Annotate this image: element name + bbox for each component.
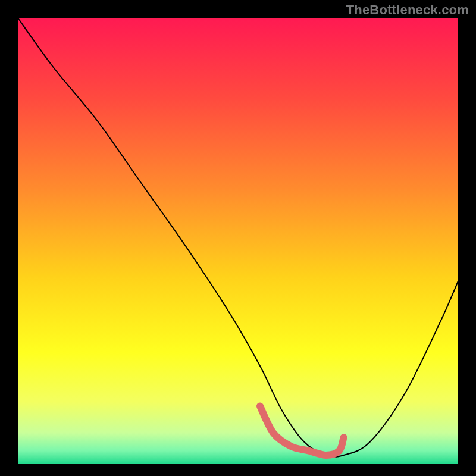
bottleneck-chart bbox=[0, 0, 476, 476]
chart-frame: TheBottleneck.com bbox=[0, 0, 476, 476]
gradient-background bbox=[18, 18, 458, 464]
